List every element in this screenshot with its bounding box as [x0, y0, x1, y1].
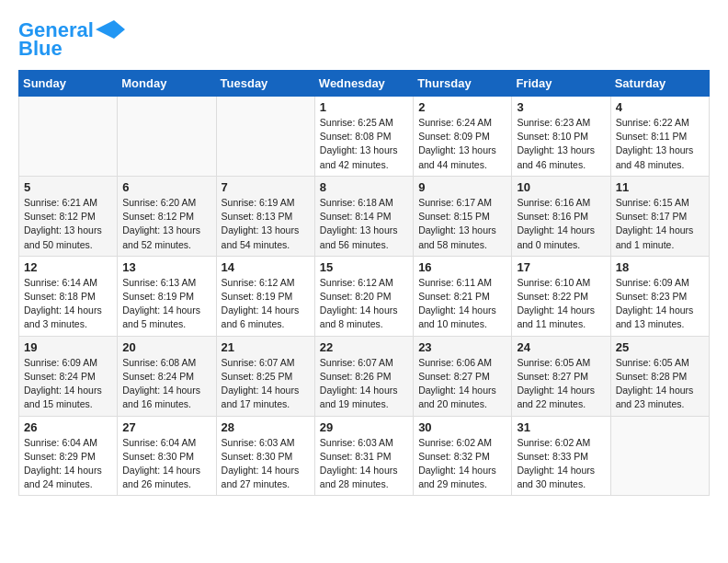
calendar-cell: 28Sunrise: 6:03 AMSunset: 8:30 PMDayligh… [216, 416, 314, 496]
calendar-cell: 9Sunrise: 6:17 AMSunset: 8:15 PMDaylight… [414, 176, 512, 256]
calendar-cell: 18Sunrise: 6:09 AMSunset: 8:23 PMDayligh… [610, 256, 709, 336]
day-info: Sunrise: 6:15 AMSunset: 8:17 PMDaylight:… [616, 196, 704, 252]
day-number: 29 [320, 420, 408, 434]
calendar-cell: 23Sunrise: 6:06 AMSunset: 8:27 PMDayligh… [414, 336, 512, 416]
day-number: 28 [222, 420, 310, 434]
day-number: 20 [122, 340, 210, 354]
day-info: Sunrise: 6:05 AMSunset: 8:27 PMDaylight:… [517, 356, 605, 412]
page-header: General Blue [18, 18, 710, 61]
calendar-cell: 6Sunrise: 6:20 AMSunset: 8:12 PMDaylight… [118, 176, 216, 256]
calendar-cell: 2Sunrise: 6:24 AMSunset: 8:09 PMDaylight… [414, 97, 512, 177]
calendar-cell: 19Sunrise: 6:09 AMSunset: 8:24 PMDayligh… [19, 336, 118, 416]
day-number: 13 [122, 260, 210, 274]
day-number: 17 [517, 260, 605, 274]
day-info: Sunrise: 6:12 AMSunset: 8:19 PMDaylight:… [222, 276, 310, 332]
day-info: Sunrise: 6:17 AMSunset: 8:15 PMDaylight:… [418, 196, 506, 252]
day-number: 8 [320, 180, 408, 194]
day-info: Sunrise: 6:06 AMSunset: 8:27 PMDaylight:… [418, 356, 506, 412]
day-info: Sunrise: 6:24 AMSunset: 8:09 PMDaylight:… [418, 116, 506, 172]
day-info: Sunrise: 6:03 AMSunset: 8:30 PMDaylight:… [222, 436, 310, 492]
day-number: 4 [616, 100, 704, 114]
day-info: Sunrise: 6:04 AMSunset: 8:29 PMDaylight:… [24, 436, 112, 492]
day-info: Sunrise: 6:09 AMSunset: 8:24 PMDaylight:… [24, 356, 112, 412]
calendar-week-row: 12Sunrise: 6:14 AMSunset: 8:18 PMDayligh… [19, 256, 710, 336]
day-number: 7 [222, 180, 310, 194]
day-number: 18 [616, 260, 704, 274]
day-info: Sunrise: 6:10 AMSunset: 8:22 PMDaylight:… [517, 276, 605, 332]
day-info: Sunrise: 6:13 AMSunset: 8:19 PMDaylight:… [122, 276, 210, 332]
calendar-cell: 21Sunrise: 6:07 AMSunset: 8:25 PMDayligh… [216, 336, 314, 416]
day-info: Sunrise: 6:22 AMSunset: 8:11 PMDaylight:… [616, 116, 704, 172]
day-number: 12 [24, 260, 112, 274]
day-number: 16 [418, 260, 506, 274]
calendar-cell: 26Sunrise: 6:04 AMSunset: 8:29 PMDayligh… [19, 416, 118, 496]
svg-marker-0 [96, 20, 125, 39]
calendar-cell: 11Sunrise: 6:15 AMSunset: 8:17 PMDayligh… [610, 176, 709, 256]
day-info: Sunrise: 6:08 AMSunset: 8:24 PMDaylight:… [122, 356, 210, 412]
calendar-cell: 5Sunrise: 6:21 AMSunset: 8:12 PMDaylight… [19, 176, 118, 256]
calendar-cell: 14Sunrise: 6:12 AMSunset: 8:19 PMDayligh… [216, 256, 314, 336]
day-info: Sunrise: 6:19 AMSunset: 8:13 PMDaylight:… [222, 196, 310, 252]
calendar-cell: 8Sunrise: 6:18 AMSunset: 8:14 PMDaylight… [314, 176, 413, 256]
day-number: 24 [517, 340, 605, 354]
day-info: Sunrise: 6:11 AMSunset: 8:21 PMDaylight:… [418, 276, 506, 332]
day-info: Sunrise: 6:04 AMSunset: 8:30 PMDaylight:… [122, 436, 210, 492]
day-info: Sunrise: 6:07 AMSunset: 8:25 PMDaylight:… [222, 356, 310, 412]
day-info: Sunrise: 6:16 AMSunset: 8:16 PMDaylight:… [517, 196, 605, 252]
weekday-header: Sunday [19, 71, 118, 97]
day-info: Sunrise: 6:02 AMSunset: 8:33 PMDaylight:… [517, 436, 605, 492]
calendar-cell: 13Sunrise: 6:13 AMSunset: 8:19 PMDayligh… [118, 256, 216, 336]
calendar-cell: 22Sunrise: 6:07 AMSunset: 8:26 PMDayligh… [314, 336, 413, 416]
day-number: 2 [418, 100, 506, 114]
calendar-cell [118, 97, 216, 177]
calendar-cell: 29Sunrise: 6:03 AMSunset: 8:31 PMDayligh… [314, 416, 413, 496]
day-number: 14 [222, 260, 310, 274]
calendar-cell [19, 97, 118, 177]
day-number: 23 [418, 340, 506, 354]
calendar-week-row: 1Sunrise: 6:25 AMSunset: 8:08 PMDaylight… [19, 97, 710, 177]
day-info: Sunrise: 6:18 AMSunset: 8:14 PMDaylight:… [320, 196, 408, 252]
calendar-cell: 31Sunrise: 6:02 AMSunset: 8:33 PMDayligh… [512, 416, 610, 496]
calendar-cell: 15Sunrise: 6:12 AMSunset: 8:20 PMDayligh… [314, 256, 413, 336]
calendar-week-row: 19Sunrise: 6:09 AMSunset: 8:24 PMDayligh… [19, 336, 710, 416]
day-info: Sunrise: 6:14 AMSunset: 8:18 PMDaylight:… [24, 276, 112, 332]
weekday-header: Friday [512, 71, 610, 97]
day-number: 9 [418, 180, 506, 194]
day-info: Sunrise: 6:09 AMSunset: 8:23 PMDaylight:… [616, 276, 704, 332]
calendar-cell: 24Sunrise: 6:05 AMSunset: 8:27 PMDayligh… [512, 336, 610, 416]
calendar-week-row: 26Sunrise: 6:04 AMSunset: 8:29 PMDayligh… [19, 416, 710, 496]
weekday-header: Monday [118, 71, 216, 97]
day-number: 26 [24, 420, 112, 434]
calendar-cell: 30Sunrise: 6:02 AMSunset: 8:32 PMDayligh… [414, 416, 512, 496]
day-number: 31 [517, 420, 605, 434]
day-info: Sunrise: 6:23 AMSunset: 8:10 PMDaylight:… [517, 116, 605, 172]
day-number: 5 [24, 180, 112, 194]
day-number: 22 [320, 340, 408, 354]
calendar-cell: 3Sunrise: 6:23 AMSunset: 8:10 PMDaylight… [512, 97, 610, 177]
day-number: 10 [517, 180, 605, 194]
day-number: 6 [122, 180, 210, 194]
calendar-cell: 20Sunrise: 6:08 AMSunset: 8:24 PMDayligh… [118, 336, 216, 416]
day-info: Sunrise: 6:05 AMSunset: 8:28 PMDaylight:… [616, 356, 704, 412]
calendar-cell [216, 97, 314, 177]
calendar-cell: 10Sunrise: 6:16 AMSunset: 8:16 PMDayligh… [512, 176, 610, 256]
logo-blue: Blue [18, 37, 63, 61]
day-number: 1 [320, 100, 408, 114]
calendar-cell: 17Sunrise: 6:10 AMSunset: 8:22 PMDayligh… [512, 256, 610, 336]
calendar-header-row: SundayMondayTuesdayWednesdayThursdayFrid… [19, 71, 710, 97]
calendar-cell: 4Sunrise: 6:22 AMSunset: 8:11 PMDaylight… [610, 97, 709, 177]
day-number: 19 [24, 340, 112, 354]
day-number: 3 [517, 100, 605, 114]
day-info: Sunrise: 6:12 AMSunset: 8:20 PMDaylight:… [320, 276, 408, 332]
weekday-header: Thursday [414, 71, 512, 97]
day-info: Sunrise: 6:07 AMSunset: 8:26 PMDaylight:… [320, 356, 408, 412]
weekday-header: Tuesday [216, 71, 314, 97]
day-number: 21 [222, 340, 310, 354]
day-info: Sunrise: 6:03 AMSunset: 8:31 PMDaylight:… [320, 436, 408, 492]
day-number: 27 [122, 420, 210, 434]
day-info: Sunrise: 6:20 AMSunset: 8:12 PMDaylight:… [122, 196, 210, 252]
calendar-cell: 1Sunrise: 6:25 AMSunset: 8:08 PMDaylight… [314, 97, 413, 177]
calendar-cell: 16Sunrise: 6:11 AMSunset: 8:21 PMDayligh… [414, 256, 512, 336]
day-number: 11 [616, 180, 704, 194]
day-number: 15 [320, 260, 408, 274]
